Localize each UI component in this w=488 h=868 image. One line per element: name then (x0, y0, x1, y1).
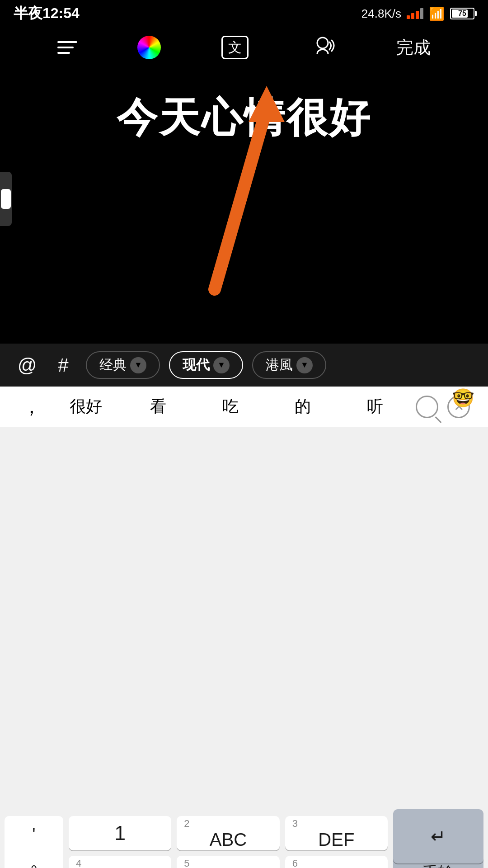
font-tag-classic[interactable]: 经典 ▼ (86, 351, 160, 379)
font-style-bar: @ # 经典 ▼ 现代 ▼ 港風 ▼ (0, 344, 488, 387)
enter-button[interactable]: ↵ (393, 809, 483, 863)
prediction-bar: ， 很好 看 吃 的 听 ✕ (0, 387, 488, 427)
prediction-item-4[interactable]: 听 (339, 391, 411, 422)
prediction-item-1[interactable]: 看 (122, 391, 194, 422)
font-download-hk-icon[interactable]: ▼ (296, 357, 313, 373)
punct-degree[interactable]: ° (30, 862, 37, 868)
keyboard-area[interactable]: 🤓 ， 很好 看 吃 的 听 ✕ ' ° ? ! 1 2 ABC (0, 387, 488, 868)
prediction-item-2[interactable]: 吃 (194, 391, 267, 422)
prediction-item-0[interactable]: 很好 (50, 391, 122, 422)
svg-point-0 (317, 38, 328, 48)
hamburger-menu-icon[interactable] (57, 41, 77, 54)
status-time: 半夜12:54 (14, 4, 80, 24)
status-bar: 半夜12:54 24.8K/s 📶 75 (0, 0, 488, 27)
brightness-slider[interactable] (0, 172, 12, 226)
translate-icon[interactable]: 文 (221, 36, 249, 59)
signal-bars-icon (407, 8, 423, 19)
battery-icon: 75 (450, 8, 474, 19)
emoji-icon[interactable]: 🤓 (447, 387, 479, 409)
font-tag-hk[interactable]: 港風 ▼ (252, 351, 326, 379)
status-right: 24.8K/s 📶 75 (361, 6, 474, 21)
key-1[interactable]: 1 (69, 816, 171, 850)
prediction-item-3[interactable]: 的 (267, 391, 339, 422)
done-button[interactable]: 完成 (396, 36, 431, 59)
prediction-comma[interactable]: ， (14, 389, 50, 425)
color-wheel-icon[interactable] (137, 36, 161, 59)
font-tag-modern[interactable]: 现代 ▼ (169, 351, 243, 379)
font-download-modern-icon[interactable]: ▼ (213, 357, 230, 373)
voice-icon[interactable] (309, 34, 336, 61)
network-speed: 24.8K/s (361, 7, 401, 21)
key-ghi[interactable]: 4 GHI (69, 856, 171, 868)
key-def[interactable]: 3 DEF (285, 816, 388, 850)
key-jkl[interactable]: 5 JKL (177, 856, 279, 868)
key-mno[interactable]: 6 MNO (285, 856, 388, 868)
toolbar: 文 完成 (0, 27, 488, 68)
key-abc[interactable]: 2 ABC (177, 816, 279, 850)
canvas-text[interactable]: 今天心情很好 (0, 90, 488, 146)
search-button[interactable] (411, 391, 443, 423)
punctuation-column: ' ° ? ! (5, 816, 63, 868)
font-download-classic-icon[interactable]: ▼ (130, 357, 146, 373)
hash-symbol[interactable]: # (50, 354, 77, 376)
canvas-area[interactable]: 文 完成 今天心情很好 (0, 0, 488, 387)
at-symbol[interactable]: @ (14, 354, 41, 376)
punct-apostrophe[interactable]: ' (32, 825, 35, 844)
wifi-icon: 📶 (429, 6, 445, 21)
